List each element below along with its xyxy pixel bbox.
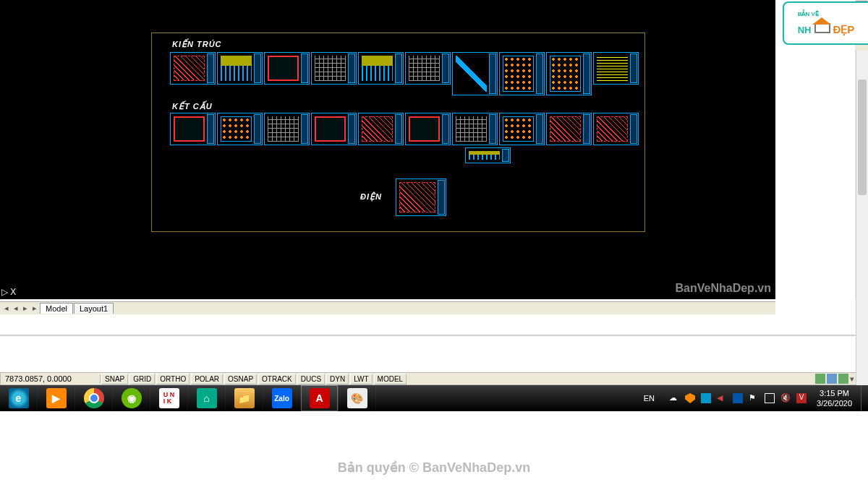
status-toggle-otrack[interactable]: OTRACK: [258, 374, 296, 384]
drawing-sheet[interactable]: [264, 52, 310, 85]
tray-arrow-icon[interactable]: ◀: [717, 393, 727, 403]
tray-app-icon[interactable]: [733, 393, 743, 403]
taskbar-media[interactable]: ▶: [38, 385, 75, 411]
status-toggle-snap[interactable]: SNAP: [101, 374, 128, 384]
show-desktop-button[interactable]: [861, 385, 868, 411]
drawing-row-electrical: [396, 179, 448, 216]
taskbar-app-green[interactable]: ⌂: [188, 385, 226, 411]
system-tray: EN ☁ ◀ ⚑ 🔇 V 3:15 PM 3/26/2020: [644, 385, 868, 411]
tab-layout1[interactable]: Layout1: [74, 303, 114, 314]
status-toggle-model[interactable]: MODEL: [374, 374, 407, 384]
tray-flag-icon[interactable]: ⚑: [749, 393, 759, 403]
taskbar-coccoc[interactable]: ◉: [113, 385, 150, 411]
tray-cloud-icon[interactable]: ☁: [669, 393, 679, 403]
drawing-sheet[interactable]: [593, 52, 639, 85]
drawing-sheet[interactable]: [358, 113, 404, 145]
taskbar-autocad[interactable]: A: [301, 385, 339, 411]
status-toggle-grid[interactable]: GRID: [129, 374, 155, 384]
logo-text-top: BẢN VẼ: [798, 11, 855, 17]
section-label-dien: ĐIỆN: [360, 192, 382, 202]
status-toggle-ortho[interactable]: ORTHO: [156, 374, 190, 384]
tab-model[interactable]: Model: [40, 303, 73, 314]
taskbar-zalo[interactable]: Zalo: [263, 385, 301, 411]
drawing-sheet[interactable]: [264, 113, 310, 145]
logo-text-left: NH: [798, 25, 812, 35]
drawing-row-structure: [170, 113, 640, 145]
status-bar: 7873.0857, 0.0000 SNAP GRID ORTHO POLAR …: [0, 372, 868, 385]
tray-language[interactable]: EN: [644, 394, 655, 403]
drawing-sheet[interactable]: [170, 52, 216, 85]
drawing-row-structure-extra: [465, 147, 512, 163]
status-icon[interactable]: [838, 374, 848, 384]
canvas-watermark: BanVeNhaDep.vn: [676, 282, 771, 295]
command-line-area[interactable]: [0, 314, 868, 336]
taskbar-unikey[interactable]: U NI K: [150, 385, 188, 411]
drawing-sheet[interactable]: [499, 113, 545, 145]
drawing-sheet[interactable]: [452, 52, 498, 95]
status-icon[interactable]: [827, 374, 837, 384]
taskbar-ie[interactable]: e: [0, 385, 38, 411]
taskbar-chrome[interactable]: [75, 385, 113, 411]
drawing-sheet[interactable]: [217, 52, 263, 85]
status-dropdown-icon[interactable]: ▾: [850, 374, 854, 384]
taskbar-paint[interactable]: 🎨: [339, 385, 376, 411]
drawing-sheet[interactable]: [546, 52, 592, 95]
taskbar-explorer[interactable]: 📁: [226, 385, 263, 411]
tray-date: 3/26/2020: [817, 398, 852, 408]
section-label-ketcau: KẾT CẤU: [172, 102, 213, 111]
coordinate-readout: 7873.0857, 0.0000: [1, 374, 101, 383]
cad-model-space[interactable]: KIẾN TRÚC KẾT CẤU ĐIỆN BanVeNhaDep.vn ▷ …: [0, 0, 775, 299]
tray-volume-icon[interactable]: 🔇: [780, 393, 791, 403]
logo-text-right: ĐẸP: [833, 23, 854, 35]
drawing-sheet[interactable]: [396, 179, 446, 216]
page-scrollbar[interactable]: [856, 51, 868, 385]
drawing-sheet[interactable]: [405, 52, 451, 85]
tray-shield-icon[interactable]: [685, 393, 695, 403]
drawing-sheet[interactable]: [170, 113, 216, 145]
tray-clock[interactable]: 3:15 PM 3/26/2020: [814, 387, 861, 410]
page-copyright-watermark: Bản quyền © BanVeNhaDep.vn: [0, 460, 868, 476]
tray-app-icon[interactable]: [701, 393, 711, 403]
ucs-cursor-icon: ▷ X: [1, 287, 16, 297]
drawing-row-architecture: [170, 52, 640, 95]
drawing-sheet[interactable]: [311, 52, 357, 85]
tray-time: 3:15 PM: [817, 388, 852, 398]
status-toggle-dyn[interactable]: DYN: [326, 374, 349, 384]
drawing-sheet[interactable]: [217, 113, 263, 145]
watermark-logo: BẢN VẼ NHĐẸP: [783, 1, 868, 45]
tray-app-icon[interactable]: V: [796, 393, 807, 403]
drawing-sheet[interactable]: [465, 147, 511, 163]
status-toggle-ducs[interactable]: DUCS: [297, 374, 325, 384]
layout-tabs-bar: ◂◂▸▸ Model Layout1: [0, 301, 775, 314]
drawing-sheet[interactable]: [499, 52, 545, 95]
windows-taskbar: e ▶ ◉ U NI K ⌂ 📁 Zalo A 🎨 EN ☁ ◀ ⚑ 🔇 V 3…: [0, 385, 868, 411]
drawing-sheet[interactable]: [593, 113, 639, 145]
drawing-sheet[interactable]: [311, 113, 357, 145]
drawing-sheet[interactable]: [452, 113, 498, 145]
tab-nav-arrows[interactable]: ◂◂▸▸: [1, 304, 39, 313]
drawing-sheet[interactable]: [405, 113, 451, 145]
status-toggle-lwt[interactable]: LWT: [350, 374, 372, 384]
status-icon[interactable]: [815, 374, 825, 384]
drawing-sheet[interactable]: [358, 52, 404, 85]
tray-power-icon[interactable]: [765, 393, 775, 403]
status-toggle-polar[interactable]: POLAR: [191, 374, 223, 384]
section-label-kientruc: KIẾN TRÚC: [172, 40, 222, 49]
drawing-sheet[interactable]: [546, 113, 592, 145]
house-icon: [812, 17, 831, 33]
status-toggle-osnap[interactable]: OSNAP: [224, 374, 257, 384]
